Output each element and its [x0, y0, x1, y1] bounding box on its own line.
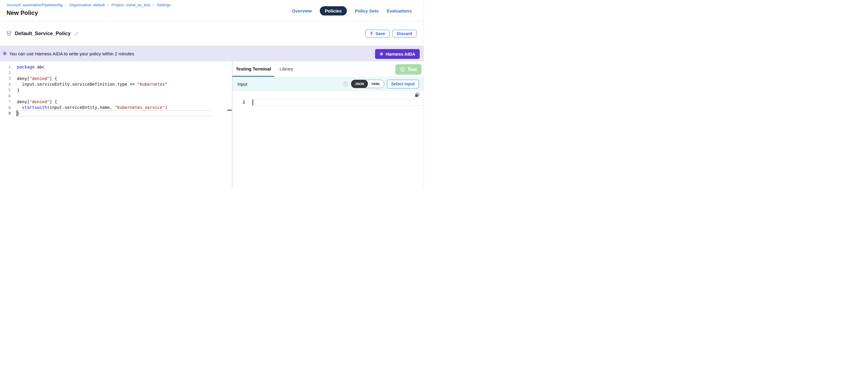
aida-flower-icon: ✻ — [3, 51, 7, 56]
testing-terminal-panel: Testing Terminal Library Test Input — [232, 61, 424, 188]
code-line[interactable]: 5} — [0, 87, 232, 93]
code-line[interactable]: 2 — [0, 70, 232, 76]
policy-nav-tabs: Overview Policies Policy Sets Evaluation… — [292, 0, 412, 22]
code-line[interactable]: 3deny["denied"] { — [0, 75, 232, 82]
tab-overview[interactable]: Overview — [292, 8, 312, 13]
policy-code-editor[interactable]: 1package abc23deny["denied"] {4 input.se… — [0, 64, 232, 116]
save-button[interactable]: Save — [365, 30, 390, 37]
editor-overview-ruler-cursor — [227, 110, 232, 111]
discard-button[interactable]: Discard — [392, 30, 416, 37]
terminal-tabs: Testing Terminal Library Test — [232, 61, 424, 77]
input-current-line[interactable] — [253, 99, 423, 105]
tab-evaluations[interactable]: Evaluations — [387, 8, 412, 13]
code-content[interactable]: } — [17, 87, 19, 93]
line-number: 4 — [0, 82, 11, 87]
breadcrumb-separator: › — [65, 3, 66, 7]
harness-aida-button[interactable]: ✻ Harness AIDA — [375, 49, 420, 59]
code-content[interactable]: input.serviceEntity.serviceDefinition.ty… — [17, 82, 167, 88]
tab-library[interactable]: Library — [280, 66, 293, 71]
input-line-number: 1 — [242, 100, 245, 104]
policy-toolbar: Default_Service_Policy Save Dis — [0, 22, 424, 45]
code-line[interactable]: 9} — [0, 111, 232, 116]
page-header: Account: automationPipelinesNg › Organiz… — [0, 0, 424, 22]
input-section-header: Input JSON YAML Select Input — [232, 77, 424, 91]
shield-check-icon — [7, 31, 11, 36]
code-content[interactable]: package abc — [17, 64, 44, 70]
code-line[interactable]: 4 input.serviceEntity.serviceDefinition.… — [0, 82, 232, 88]
aida-banner-message: You can use Harness AIDA to write your p… — [9, 51, 134, 56]
code-line[interactable]: 1package abc — [0, 64, 232, 70]
format-toggle: JSON YAML — [351, 80, 384, 88]
toggle-yaml[interactable]: YAML — [368, 80, 384, 88]
code-content[interactable]: deny["denied"] { — [17, 75, 57, 82]
code-content[interactable]: } — [17, 111, 214, 116]
aida-banner: ✻ You can use Harness AIDA to write your… — [0, 46, 424, 61]
breadcrumb-organization[interactable]: Organization: default — [69, 3, 105, 7]
line-number: 3 — [0, 76, 11, 81]
code-line[interactable]: 8 startswith(input.serviceEntity.name, "… — [0, 105, 232, 111]
breadcrumb-separator: › — [107, 3, 108, 7]
page-title: New Policy — [6, 9, 38, 17]
line-number: 8 — [0, 105, 11, 110]
text-cursor — [252, 99, 253, 105]
code-line[interactable]: 7deny["denied"] { — [0, 99, 232, 105]
test-button[interactable]: Test — [395, 64, 422, 75]
line-number: 6 — [0, 94, 11, 98]
line-number: 9 — [0, 111, 11, 116]
tab-policy-sets[interactable]: Policy Sets — [355, 8, 379, 13]
toggle-json[interactable]: JSON — [351, 80, 368, 88]
copy-icon[interactable] — [415, 93, 420, 98]
line-number: 1 — [0, 65, 11, 69]
upload-icon — [370, 32, 373, 36]
fork-icon[interactable] — [343, 82, 348, 87]
policy-name: Default_Service_Policy — [15, 31, 70, 37]
breadcrumb: Account: automationPipelinesNg › Organiz… — [6, 3, 171, 7]
input-label: Input — [237, 82, 247, 87]
code-content[interactable]: startswith(input.serviceEntity.name, "Ku… — [17, 105, 167, 111]
line-number: 2 — [0, 70, 11, 75]
breadcrumb-project[interactable]: Project: vishal_av_test — [112, 3, 150, 7]
line-number: 7 — [0, 99, 11, 104]
code-line[interactable]: 6 — [0, 93, 232, 99]
edit-pencil-icon[interactable] — [74, 31, 79, 36]
aida-flower-icon: ✻ — [379, 52, 383, 56]
play-circle-icon — [400, 67, 405, 72]
tab-testing-terminal[interactable]: Testing Terminal — [236, 66, 271, 71]
input-editor[interactable]: 1 — [232, 99, 424, 105]
policy-code-lines: 1package abc23deny["denied"] {4 input.se… — [0, 64, 232, 116]
breadcrumb-account[interactable]: Account: automationPipelinesNg — [6, 3, 62, 7]
select-input-button[interactable]: Select Input — [387, 80, 419, 88]
line-number: 5 — [0, 88, 11, 92]
content-right-border — [424, 0, 424, 188]
tab-policies[interactable]: Policies — [320, 6, 347, 15]
code-content[interactable]: deny["denied"] { — [17, 99, 57, 105]
breadcrumb-settings[interactable]: Settings — [157, 3, 171, 7]
new-policy-page: Account: automationPipelinesNg › Organiz… — [0, 0, 434, 188]
breadcrumb-separator: › — [153, 3, 154, 7]
